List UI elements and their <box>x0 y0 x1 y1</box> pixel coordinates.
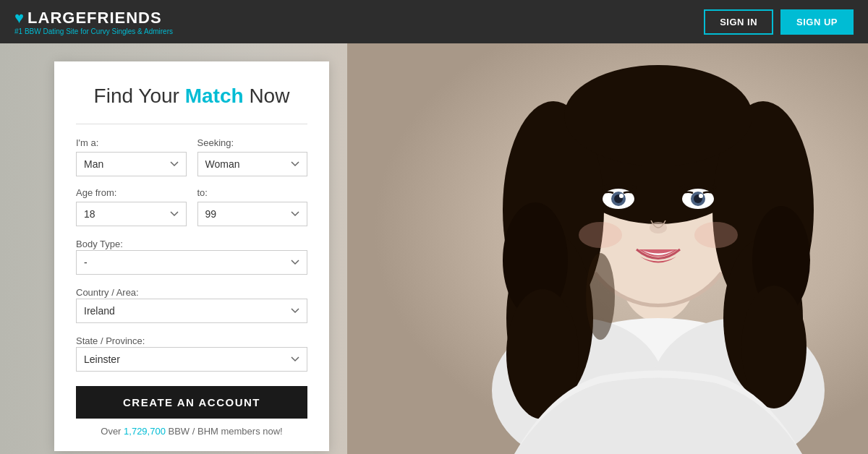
members-text: Over 1,729,700 BBW / BHM members now! <box>76 426 307 437</box>
members-count: 1,729,700 <box>124 426 166 437</box>
create-account-button[interactable]: CREATE AN ACCOUNT <box>76 386 307 419</box>
body-type-select[interactable]: - Average BBW Plus Size Athletic <box>76 250 307 275</box>
ima-seeking-row: I'm a: Man Woman Seeking: Woman Man <box>76 137 307 176</box>
form-divider <box>76 124 307 124</box>
svg-point-30 <box>694 222 738 248</box>
state-label: State / Province: <box>76 335 145 346</box>
title-part2: Now <box>244 85 290 107</box>
svg-point-19 <box>586 253 615 340</box>
age-from-label: Age from: <box>76 187 187 198</box>
seeking-group: Seeking: Woman Man <box>197 137 308 176</box>
body-type-label: Body Type: <box>76 239 123 249</box>
header: ♥LARGEFRIENDS #1 BBW Dating Site for Cur… <box>0 0 868 43</box>
form-title: Find Your Match Now <box>76 83 307 109</box>
age-to-label: to: <box>197 187 308 198</box>
age-to-group: to: 99 25 30 35 <box>197 187 308 226</box>
search-form-card: Find Your Match Now I'm a: Man Woman See… <box>54 61 329 451</box>
age-to-select[interactable]: 99 25 30 35 <box>197 202 308 226</box>
ima-select[interactable]: Man Woman <box>76 152 187 176</box>
body-type-group: Body Type: - Average BBW Plus Size Athle… <box>76 237 307 275</box>
age-from-select[interactable]: 18 19 20 25 30 <box>76 202 187 226</box>
hero-image <box>347 43 868 454</box>
signin-button[interactable]: SIGN IN <box>704 9 773 35</box>
logo-subtitle: #1 BBW Dating Site for Curvy Singles & A… <box>14 27 173 35</box>
logo: ♥LARGEFRIENDS #1 BBW Dating Site for Cur… <box>14 9 173 35</box>
ima-group: I'm a: Man Woman <box>76 137 187 176</box>
seeking-label: Seeking: <box>197 137 308 148</box>
members-pre: Over <box>101 426 124 437</box>
svg-point-18 <box>741 286 807 408</box>
age-row: Age from: 18 19 20 25 30 to: 99 25 30 35 <box>76 187 307 226</box>
age-from-group: Age from: 18 19 20 25 30 <box>76 187 187 226</box>
members-post: BBW / BHM members now! <box>166 426 283 437</box>
title-highlight: Match <box>185 85 244 107</box>
state-select[interactable]: Leinster Munster Connacht Ulster <box>76 347 307 372</box>
logo-text: ♥LARGEFRIENDS <box>14 9 173 27</box>
ima-label: I'm a: <box>76 137 187 148</box>
svg-point-23 <box>619 194 624 198</box>
logo-heart-icon: ♥ <box>14 9 25 27</box>
country-select[interactable]: Ireland United States United Kingdom Can… <box>76 299 307 323</box>
svg-point-27 <box>699 194 703 198</box>
seeking-select[interactable]: Woman Man <box>197 152 308 176</box>
country-label: Country / Area: <box>76 287 139 298</box>
header-buttons: SIGN IN SIGN UP <box>704 9 854 35</box>
svg-point-12 <box>564 65 752 166</box>
state-group: State / Province: Leinster Munster Conna… <box>76 334 307 372</box>
signup-button[interactable]: SIGN UP <box>780 9 854 35</box>
svg-point-29 <box>579 222 622 248</box>
country-group: Country / Area: Ireland United States Un… <box>76 286 307 323</box>
title-part1: Find Your <box>94 85 185 107</box>
